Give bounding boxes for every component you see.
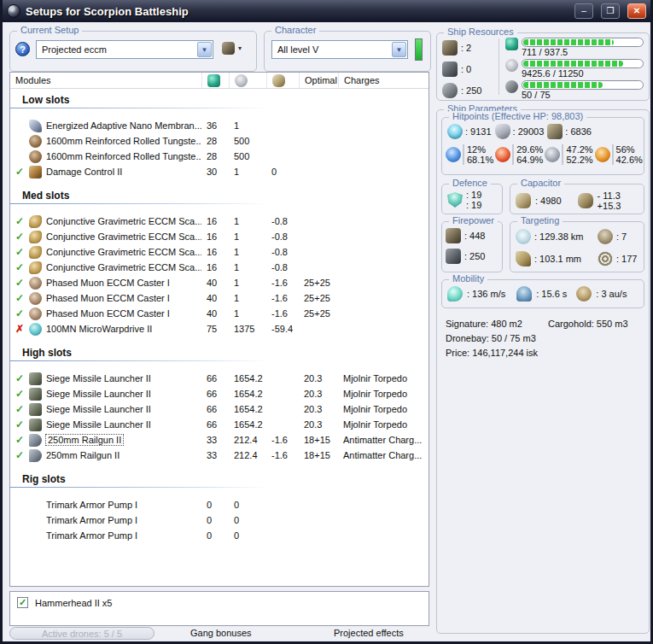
module-row[interactable]: ✓Conjunctive Gravimetric ECCM Sca...161-… [10,214,429,229]
powergrid-value: 1 [229,247,266,257]
setup-combobox[interactable]: Projected eccm ▼ [36,40,213,59]
active-check-icon: ✓ [15,403,29,415]
cap-value: -0.8 [266,216,299,226]
scan-resolution-value: : 103.1 mm [534,254,581,264]
module-row[interactable]: ✓250mm Railgun II33212.4-1.618+15Antimat… [10,432,429,448]
powergrid-value: 1 [229,293,266,303]
ship-icon [222,42,235,55]
kinetic-resist: 47.2% 52.2% [545,144,592,165]
minimize-button[interactable]: – [574,3,593,19]
character-combobox[interactable]: All level V ▼ [271,40,408,59]
cpu-bar-text: 711 / 937.5 [522,47,644,57]
character-combobox-arrow-icon[interactable]: ▼ [392,42,406,57]
charges-value: Antimatter Charg... [338,450,429,460]
character-combobox-value: All level V [272,44,391,55]
module-row[interactable]: ✓Siege Missile Launcher II661654.220.3Mj… [10,401,429,417]
module-row[interactable]: ✗100MN MicroWarpdrive II751375-59.4 [10,321,429,337]
module-row[interactable]: ✓250mm Railgun II33212.4-1.618+15Antimat… [10,448,429,463]
module-row[interactable]: ✓Conjunctive Gravimetric ECCM Sca...161-… [10,229,429,244]
cap-value: -1.6 [266,278,299,288]
module-row[interactable]: ✓Siege Missile Launcher II661654.220.3Mj… [10,386,429,401]
capacitor-recharge: +15.3 [598,201,621,211]
defence-shield-icon [447,192,463,208]
module-name: Conjunctive Gravimetric ECCM Sca... [46,231,201,242]
module-type-icon [29,231,42,243]
targeting-range: : 129.38 km [516,229,598,244]
powergrid-value: 1 [229,278,266,288]
setup-combobox-arrow-icon[interactable]: ▼ [197,42,212,57]
module-row[interactable]: ✓Phased Muon ECCM Caster I401-1.625+25 [10,275,429,290]
powergrid-value: 1 [229,120,266,131]
module-name: Siege Missile Launcher II [46,419,151,430]
module-row[interactable]: Trimark Armor Pump I00 [10,512,429,528]
module-row[interactable]: 1600mm Reinforced Rolled Tungste...28500 [10,133,429,149]
cap-value: 0 [266,167,299,177]
active-check-icon: ✓ [15,434,29,446]
module-type-icon [29,530,42,542]
sensor-strength: : 177 [598,251,644,266]
character-group: Character All level V ▼ [264,31,431,72]
module-row[interactable]: ✓Conjunctive Gravimetric ECCM Sca...161-… [10,260,429,275]
optimal-value: 25+25 [299,293,338,303]
title-bar[interactable]: Setups for Scorpion Battleship – ❐ ✕ [3,0,650,22]
section-header: Low slots [10,94,429,106]
cpu-bar [522,38,644,47]
cpu-value: 28 [201,151,229,161]
capacitor-balance-icon [578,193,593,208]
resources-divider [498,38,499,95]
active-check-icon: ✓ [15,307,29,319]
warp-speed-icon [576,286,592,302]
module-row[interactable]: ✓Siege Missile Launcher II661654.220.3Mj… [10,371,429,386]
close-button[interactable]: ✕ [627,3,646,19]
module-row[interactable]: 1600mm Reinforced Rolled Tungste...28500 [10,149,429,164]
kinetic-resist-shield: 47.2% [566,144,592,155]
cap-value: -1.6 [266,450,299,460]
module-type-icon [29,277,42,290]
module-name: Trimark Armor Pump I [46,515,137,525]
module-row[interactable]: Energized Adaptive Nano Membran...361 [10,118,429,133]
module-row[interactable]: ✓Conjunctive Gravimetric ECCM Sca...161-… [10,244,429,260]
powergrid-value: 212.4 [229,450,266,460]
explosive-icon [595,147,610,162]
tab-gang-bonuses[interactable]: Gang bonuses [190,628,252,638]
module-row[interactable]: ✓Phased Muon ECCM Caster I401-1.625+25 [10,306,429,321]
help-icon[interactable]: ? [15,42,30,56]
module-row[interactable]: ✓Phased Muon ECCM Caster I401-1.625+25 [10,290,429,306]
module-type-icon [29,215,42,228]
maximize-button[interactable]: ❐ [601,3,620,19]
cpu-value: 40 [201,278,229,288]
drone-checkbox[interactable]: ✓ [17,597,28,608]
calibration: : 250 [442,83,497,98]
module-row[interactable]: Trimark Armor Pump I00 [10,497,429,512]
drone-list-item[interactable]: ✓ Hammerhead II x5 [10,592,429,608]
powergrid-value: 1 [229,262,266,272]
optimal-value: 18+15 [299,435,338,445]
tab-projected-effects[interactable]: Projected effects [334,628,404,638]
turret-dps-value: : 448 [464,231,485,241]
module-row[interactable]: ✓Damage Control II3010 [10,164,429,179]
cpu-resource: 711 / 937.5 [505,38,644,57]
charges-value: Mjolnir Torpedo [338,404,429,414]
module-type-icon [29,403,42,416]
cpu-value: 16 [201,262,229,272]
module-name: Damage Control II [46,167,122,177]
ship-menu-button[interactable]: ▾ [222,42,242,55]
tab-active-drones[interactable]: Active drones: 5 / 5 [9,627,155,640]
em-resist: 12% 68.1% [446,144,493,165]
rig-calibration-icon [505,80,518,93]
module-name: Conjunctive Gravimetric ECCM Sca... [46,216,201,226]
module-row[interactable]: ✓Siege Missile Launcher II661654.220.3Mj… [10,417,429,432]
cpu-value: 33 [201,450,229,460]
powergrid-column-header [229,73,266,88]
rig-calibration-bar [522,80,644,90]
hitpoints-label: Hitpoints (Effective HP: 98,803) [449,111,586,121]
drone-label: Hammerhead II x5 [35,598,112,608]
module-name: 250mm Railgun II [46,450,120,460]
cpu-value: 36 [201,120,229,131]
shield-icon [447,124,463,139]
module-row[interactable]: Trimark Armor Pump I00 [10,528,429,543]
scan-resolution: : 103.1 mm [516,251,598,266]
module-type-icon [29,434,42,447]
mobility-group: Mobility : 136 m/s : 15.6 s : 3 au/s [441,279,644,308]
cpu-value: 0 [201,530,229,541]
